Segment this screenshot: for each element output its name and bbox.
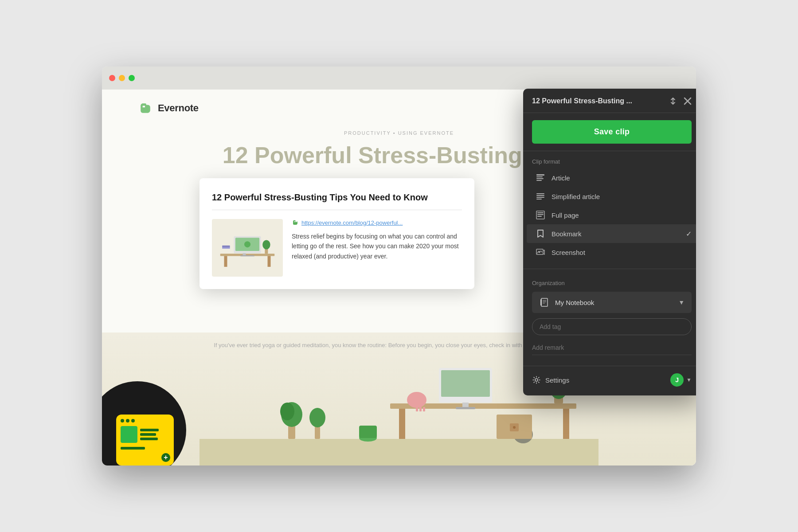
svg-rect-1 [200,439,598,466]
extension-content [121,426,169,450]
extension-green-block [121,426,137,443]
svg-point-40 [262,240,270,250]
organization-label: Organization [523,280,696,286]
bookmark-thumbnail [216,223,278,272]
svg-rect-41 [222,247,230,249]
article-icon [536,173,545,183]
svg-rect-32 [224,256,227,267]
svg-rect-42 [222,246,230,247]
format-fullpage-label: Full page [552,211,579,219]
settings-button[interactable]: Settings [532,376,569,384]
ext-dot-1 [121,419,124,422]
evernote-name: Evernote [158,102,199,114]
svg-rect-63 [543,301,546,302]
svg-rect-49 [536,180,542,181]
close-button[interactable] [109,75,115,81]
user-initial: J [670,373,684,387]
user-chevron-icon: ▼ [686,377,692,383]
sort-icon[interactable] [669,97,677,106]
svg-point-27 [280,403,294,420]
svg-rect-55 [537,212,544,213]
screenshot-icon [536,247,545,257]
organization-section: Organization My Notebook ▼ [523,276,696,362]
format-option-article[interactable]: Article [527,168,696,187]
svg-rect-24 [359,426,377,438]
format-option-screenshot[interactable]: Screenshot [527,243,696,262]
svg-rect-38 [240,255,254,257]
bookmark-image [212,219,283,277]
format-simplified-label: Simplified article [552,193,600,200]
svg-rect-47 [536,176,543,177]
minimize-button[interactable] [119,75,125,81]
save-clip-button[interactable]: Save clip [532,120,692,144]
svg-rect-51 [536,195,544,196]
full-page-icon [536,210,545,220]
svg-rect-3 [399,409,405,439]
notebook-name: My Notebook [555,299,673,306]
svg-rect-6 [441,370,490,397]
format-option-simplified[interactable]: Simplified article [527,187,696,206]
panel-header-icons [669,97,692,106]
bookmark-text-area: https://evernote.com/blog/12-powerful...… [292,219,462,277]
svg-rect-4 [563,409,569,439]
svg-rect-15 [423,407,425,411]
bookmark-description: Stress relief begins by focusing on what… [292,231,462,261]
format-bookmark-label: Bookmark [552,230,582,238]
svg-point-36 [244,241,250,247]
svg-rect-60 [541,298,548,306]
settings-gear-icon [532,376,541,384]
maximize-button[interactable] [129,75,135,81]
extension-plus-icon[interactable]: + [161,453,170,462]
bookmark-url-text[interactable]: https://evernote.com/blog/12-powerful... [301,219,403,226]
user-avatar[interactable]: J ▼ [670,373,692,387]
svg-rect-14 [419,407,422,411]
bookmark-card: 12 Powerful Stress-Busting Tips You Need… [200,178,474,289]
bookmark-check-icon: ✓ [686,230,692,238]
bookmark-content: https://evernote.com/blog/12-powerful...… [212,219,462,277]
svg-rect-46 [536,174,544,176]
extension-badge: + [116,415,174,466]
svg-rect-52 [536,197,544,198]
browser-window: Evernote ← BACK TO BLOG HOME PRODUCTIVIT… [102,66,696,466]
simplified-article-icon [536,192,545,201]
svg-rect-8 [456,407,475,409]
remark-input[interactable] [532,340,692,355]
close-panel-icon[interactable] [684,97,692,105]
panel-footer: Settings J ▼ [523,373,696,387]
panel-title: 12 Powerful Stress-Busting ... [532,97,652,105]
extension-lines [140,429,159,440]
extension-row-1 [121,426,169,443]
bookmark-url: https://evernote.com/blog/12-powerful... [292,219,462,226]
evernote-clipper-panel: 12 Powerful Stress-Busting ... Sav [523,89,696,395]
svg-rect-64 [543,303,545,304]
svg-point-12 [407,392,426,408]
ext-line-1 [140,429,159,431]
svg-point-22 [513,426,516,429]
panel-footer-divider [523,366,696,366]
svg-rect-16 [416,407,418,411]
extension-dots [121,419,135,422]
svg-point-29 [309,408,325,427]
svg-rect-61 [540,299,542,305]
bookmark-card-title: 12 Powerful Stress-Busting Tips You Need… [212,192,462,203]
panel-header: 12 Powerful Stress-Busting ... [523,89,696,113]
format-option-bookmark[interactable]: Bookmark ✓ [527,224,696,243]
browser-titlebar [102,66,696,90]
format-screenshot-label: Screenshot [552,249,585,256]
panel-divider-2 [523,269,696,269]
format-options: Article Simplified article [523,168,696,262]
svg-rect-33 [268,256,271,267]
svg-rect-56 [537,214,544,215]
notebook-selector[interactable]: My Notebook ▼ [532,292,692,313]
notebook-icon [539,297,550,308]
ext-line-4 [121,447,145,450]
svg-rect-57 [537,216,542,217]
format-option-fullpage[interactable]: Full page [527,206,696,224]
ext-dot-2 [126,419,129,422]
format-article-label: Article [552,174,570,182]
ext-line-2 [140,433,156,436]
evernote-logo-icon [137,100,153,116]
settings-label: Settings [545,376,569,384]
svg-rect-48 [536,178,544,179]
tag-input[interactable] [532,318,692,335]
